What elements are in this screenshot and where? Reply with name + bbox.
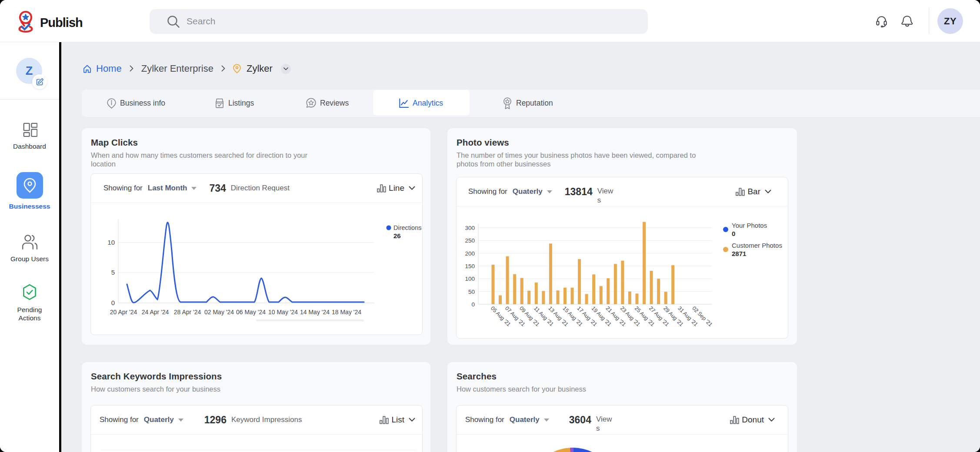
svg-text:24 Apr '24: 24 Apr '24 [142, 309, 169, 316]
svg-text:Customer Photos: Customer Photos [732, 242, 782, 249]
svg-text:0: 0 [471, 301, 475, 308]
svg-text:2871: 2871 [732, 250, 746, 257]
svg-text:0: 0 [111, 299, 115, 306]
svg-text:300: 300 [465, 225, 475, 231]
svg-text:02 May '24: 02 May '24 [204, 309, 234, 316]
svg-text:14 May '24: 14 May '24 [300, 309, 330, 316]
svg-text:200: 200 [465, 250, 475, 257]
svg-text:20 Apr '24: 20 Apr '24 [110, 309, 137, 316]
svg-text:06 May '24: 06 May '24 [236, 309, 266, 316]
svg-text:18 May '24: 18 May '24 [332, 309, 361, 316]
svg-text:Your Photos: Your Photos [732, 222, 767, 229]
svg-text:10: 10 [107, 239, 115, 246]
svg-text:100: 100 [465, 276, 475, 282]
svg-text:26: 26 [393, 232, 401, 239]
svg-text:0: 0 [732, 230, 735, 237]
svg-text:50: 50 [468, 289, 475, 295]
svg-text:150: 150 [465, 263, 475, 269]
svg-text:5: 5 [111, 269, 115, 276]
svg-text:Directions: Directions [393, 224, 421, 231]
svg-text:28 Apr '24: 28 Apr '24 [174, 309, 201, 316]
svg-text:10 May '24: 10 May '24 [268, 309, 298, 316]
svg-text:250: 250 [465, 237, 475, 244]
